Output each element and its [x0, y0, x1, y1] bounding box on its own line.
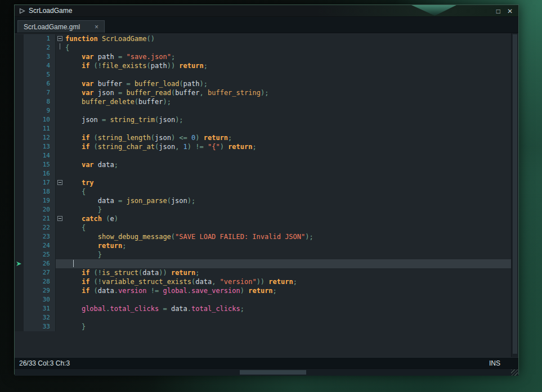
code-line[interactable]: 4 if (!file_exists(path)) return;: [15, 61, 518, 70]
line-number[interactable]: 17: [24, 178, 56, 187]
line-number[interactable]: 5: [24, 70, 56, 79]
fold-collapse-icon[interactable]: [57, 36, 62, 41]
line-number[interactable]: 1: [24, 34, 56, 43]
code-text[interactable]: [65, 124, 518, 133]
code-text[interactable]: data = json_parse(json);: [65, 196, 518, 205]
line-number[interactable]: 31: [24, 304, 56, 313]
code-line[interactable]: 28 if (!variable_struct_exists(data, "ve…: [15, 277, 518, 286]
code-line[interactable]: 16: [15, 169, 518, 178]
code-line[interactable]: 30: [15, 295, 518, 304]
line-number[interactable]: 15: [24, 160, 56, 169]
code-line[interactable]: 22 {: [15, 223, 518, 232]
resize-grip[interactable]: [511, 370, 518, 376]
line-number[interactable]: 4: [24, 61, 56, 70]
code-text[interactable]: global.total_clicks = data.total_clicks;: [65, 304, 518, 313]
line-number[interactable]: 29: [24, 286, 56, 295]
code-text[interactable]: {: [65, 187, 518, 196]
code-text[interactable]: [65, 295, 518, 304]
line-number[interactable]: 28: [24, 277, 56, 286]
code-text[interactable]: [65, 106, 518, 115]
line-number[interactable]: 30: [24, 295, 56, 304]
code-lines[interactable]: 1function ScrLoadGame()2{3 var path = "s…: [15, 33, 518, 331]
line-number[interactable]: 33: [24, 322, 56, 331]
line-number[interactable]: 10: [24, 115, 56, 124]
line-number[interactable]: 25: [24, 250, 56, 259]
code-line[interactable]: 23 show_debug_message("SAVE LOAD FAILED:…: [15, 232, 518, 241]
code-text[interactable]: {: [65, 43, 518, 52]
vertical-scrollbar[interactable]: [511, 33, 518, 357]
code-text[interactable]: [65, 259, 518, 268]
line-number[interactable]: 16: [24, 169, 56, 178]
line-number[interactable]: 8: [24, 97, 56, 106]
line-number[interactable]: 24: [24, 241, 56, 250]
code-line[interactable]: 29 if (data.version != global.save_versi…: [15, 286, 518, 295]
code-line[interactable]: 17 try: [15, 178, 518, 187]
code-line[interactable]: 2{: [15, 43, 518, 52]
tab-close-icon[interactable]: ×: [95, 23, 98, 31]
code-text[interactable]: show_debug_message("SAVE LOAD FAILED: In…: [65, 232, 518, 241]
code-text[interactable]: var json = buffer_read(buffer, buffer_st…: [65, 88, 518, 97]
code-text[interactable]: var path = "save.json";: [65, 52, 518, 61]
line-number[interactable]: 23: [24, 232, 56, 241]
line-number[interactable]: 21: [24, 214, 56, 223]
code-text[interactable]: }: [65, 205, 518, 214]
horizontal-scrollbar-handle[interactable]: [240, 370, 306, 375]
code-line[interactable]: 24 return;: [15, 241, 518, 250]
line-number[interactable]: 2: [24, 43, 56, 52]
fold-margin[interactable]: [56, 214, 65, 223]
code-text[interactable]: if (!variable_struct_exists(data, "versi…: [65, 277, 518, 286]
code-line[interactable]: 33 }: [15, 322, 518, 331]
code-text[interactable]: var buffer = buffer_load(path);: [65, 79, 518, 88]
tab-scrloadgame[interactable]: ScrLoadGame.gml ×: [17, 20, 105, 33]
code-text[interactable]: return;: [65, 241, 518, 250]
line-number[interactable]: 26: [24, 259, 56, 268]
code-line[interactable]: 9: [15, 106, 518, 115]
code-text[interactable]: }: [65, 250, 518, 259]
code-text[interactable]: [65, 169, 518, 178]
line-number[interactable]: 12: [24, 133, 56, 142]
code-line[interactable]: 1function ScrLoadGame(): [15, 34, 518, 43]
code-line[interactable]: 27 if (!is_struct(data)) return;: [15, 268, 518, 277]
code-text[interactable]: var data;: [65, 160, 518, 169]
code-line[interactable]: 31 global.total_clicks = data.total_clic…: [15, 304, 518, 313]
fold-margin[interactable]: [56, 178, 65, 187]
line-number[interactable]: 7: [24, 88, 56, 97]
code-line[interactable]: 20 }: [15, 205, 518, 214]
line-number[interactable]: 9: [24, 106, 56, 115]
code-text[interactable]: {: [65, 223, 518, 232]
line-number[interactable]: 6: [24, 79, 56, 88]
code-text[interactable]: buffer_delete(buffer);: [65, 97, 518, 106]
line-number[interactable]: 13: [24, 142, 56, 151]
code-text[interactable]: if (string_char_at(json, 1) != "{") retu…: [65, 142, 518, 151]
line-number[interactable]: 22: [24, 223, 56, 232]
code-text[interactable]: json = string_trim(json);: [65, 115, 518, 124]
vertical-scrollbar-handle[interactable]: [513, 34, 517, 354]
code-text[interactable]: [65, 313, 518, 322]
code-text[interactable]: if (!is_struct(data)) return;: [65, 268, 518, 277]
line-number[interactable]: 19: [24, 196, 56, 205]
fold-collapse-icon[interactable]: [57, 216, 62, 221]
title-bar[interactable]: ScrLoadGame □ ✕: [15, 5, 518, 17]
close-button[interactable]: ✕: [507, 7, 513, 15]
code-line[interactable]: 7 var json = buffer_read(buffer, buffer_…: [15, 88, 518, 97]
code-text[interactable]: function ScrLoadGame(): [65, 34, 518, 43]
code-text[interactable]: if (data.version != global.save_version)…: [65, 286, 518, 295]
code-line[interactable]: 8 buffer_delete(buffer);: [15, 97, 518, 106]
maximize-button[interactable]: □: [496, 7, 500, 15]
code-text[interactable]: [65, 70, 518, 79]
code-line[interactable]: 12 if (string_length(json) <= 0) return;: [15, 133, 518, 142]
code-line[interactable]: 26: [15, 259, 518, 268]
code-line[interactable]: 32: [15, 313, 518, 322]
code-line[interactable]: 19 data = json_parse(json);: [15, 196, 518, 205]
code-editor[interactable]: 1function ScrLoadGame()2{3 var path = "s…: [15, 33, 518, 357]
code-line[interactable]: 21 catch (e): [15, 214, 518, 223]
line-number[interactable]: 18: [24, 187, 56, 196]
code-line[interactable]: 14: [15, 151, 518, 160]
code-line[interactable]: 15 var data;: [15, 160, 518, 169]
code-text[interactable]: if (!file_exists(path)) return;: [65, 61, 518, 70]
line-number[interactable]: 27: [24, 268, 56, 277]
code-text[interactable]: if (string_length(json) <= 0) return;: [65, 133, 518, 142]
code-line[interactable]: 25 }: [15, 250, 518, 259]
fold-margin[interactable]: [56, 34, 65, 43]
code-line[interactable]: 18 {: [15, 187, 518, 196]
